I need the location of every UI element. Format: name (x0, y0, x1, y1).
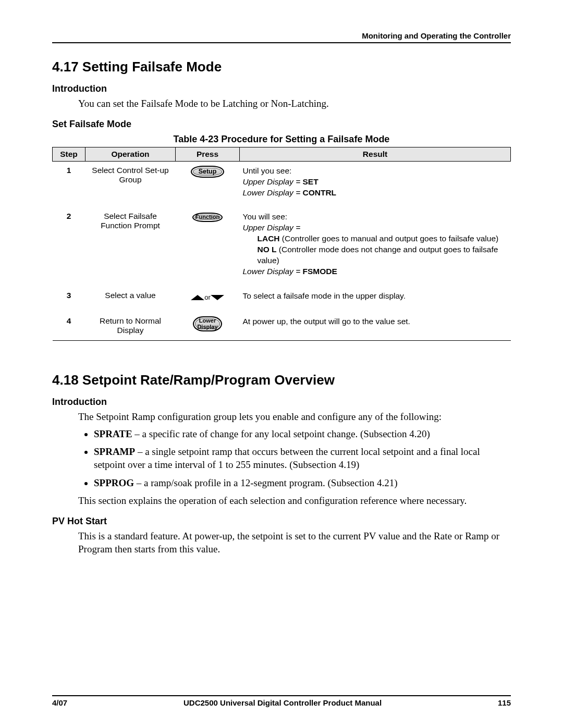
step-num: 3 (53, 287, 85, 312)
th-result: Result (240, 147, 511, 161)
arrow-down-icon (211, 295, 224, 300)
intro-heading-417: Introduction (52, 83, 511, 94)
list-item: SPRATE – a specific rate of change for a… (94, 428, 511, 441)
intro-text-418: The Setpoint Ramp configuration group le… (78, 411, 511, 424)
step-num: 2 (53, 207, 85, 287)
explain-text: This section explains the operation of e… (78, 495, 511, 508)
th-operation: Operation (85, 147, 176, 161)
intro-text-417: You can set the Failsafe Mode to be Latc… (78, 97, 511, 110)
bullet-desc: – a single setpoint ramp that occurs bet… (94, 446, 480, 470)
section-4-18-title: 4.18 Setpoint Rate/Ramp/Program Overview (52, 372, 511, 388)
result-line: Until you see: (243, 166, 292, 175)
table-row: 3 Select a value or To select a failsafe… (53, 287, 511, 312)
btn-line1: Lower (199, 317, 216, 324)
bullet-term: SPRAMP (94, 446, 135, 457)
operation-text: Return to Normal Display (85, 312, 176, 341)
bullet-desc: – a specific rate of change for any loca… (132, 428, 430, 439)
result-block: Until you see: Upper Display = SET Lower… (243, 166, 508, 199)
result-option: NO L (258, 245, 277, 254)
footer-title: UDC2500 Universal Digital Controller Pro… (183, 698, 382, 707)
section-4-17-title: 4.17 Setting Failsafe Mode (52, 59, 511, 75)
result-line: You will see: (243, 212, 288, 221)
bullet-list: SPRATE – a specific rate of change for a… (78, 428, 511, 490)
result-block: To select a failsafe mode in the upper d… (243, 291, 508, 302)
arrow-up-down-icon: or (191, 291, 224, 302)
step-num: 1 (53, 161, 85, 207)
result-line: Upper Display = (243, 223, 301, 232)
result-block: You will see: Upper Display = LACH (Cont… (243, 212, 508, 277)
intro-heading-418: Introduction (52, 397, 511, 408)
result-value: FSMODE (303, 267, 337, 276)
function-button-icon: Function (192, 213, 223, 222)
step-num: 4 (53, 312, 85, 341)
bullet-desc: – a ramp/soak profile in a 12-segment pr… (134, 477, 398, 488)
procedure-table: Step Operation Press Result 1 Select Con… (52, 147, 511, 341)
footer-date: 4/07 (52, 698, 67, 707)
result-value: SET (303, 177, 319, 186)
operation-text: Select a value (85, 287, 176, 312)
result-option: LACH (258, 234, 280, 243)
result-option-desc: (Controller mode does not change and out… (258, 245, 498, 265)
operation-text: Select Control Set-up Group (85, 161, 176, 207)
table-caption: Table 4-23 Procedure for Setting a Fails… (52, 134, 511, 145)
set-failsafe-heading: Set Failsafe Mode (52, 119, 511, 130)
result-option-desc: (Controller goes to manual and output go… (280, 234, 499, 243)
page-footer: 4/07 UDC2500 Universal Digital Controlle… (52, 695, 511, 707)
result-block: At power up, the output will go to the v… (243, 316, 508, 327)
bullet-term: SPRATE (94, 428, 132, 439)
table-row: 4 Return to Normal Display Lower Display… (53, 312, 511, 341)
btn-line2: Display (197, 324, 217, 330)
arrow-up-icon (191, 295, 204, 300)
bullet-term: SPPROG (94, 477, 134, 488)
th-step: Step (53, 147, 85, 161)
th-press: Press (176, 147, 240, 161)
list-item: SPPROG – a ramp/soak profile in a 12-seg… (94, 477, 511, 490)
pv-hot-start-heading: PV Hot Start (52, 516, 511, 527)
table-row: 2 Select Failsafe Function Prompt Functi… (53, 207, 511, 287)
page-header: Monitoring and Operating the Controller (52, 31, 511, 43)
lower-display-button-icon: Lower Display (193, 316, 222, 331)
footer-page-number: 115 (498, 698, 511, 707)
result-line: Upper Display = (243, 177, 303, 186)
result-value: CONTRL (303, 188, 337, 197)
or-text: or (204, 293, 211, 301)
table-row: 1 Select Control Set-up Group Setup Unti… (53, 161, 511, 207)
operation-text: Select Failsafe Function Prompt (85, 207, 176, 287)
setup-button-icon: Setup (191, 166, 224, 178)
list-item: SPRAMP – a single setpoint ramp that occ… (94, 446, 511, 471)
result-line: Lower Display = (243, 267, 303, 276)
result-line: Lower Display = (243, 188, 303, 197)
pv-hot-start-text: This is a standard feature. At power-up,… (78, 530, 511, 556)
